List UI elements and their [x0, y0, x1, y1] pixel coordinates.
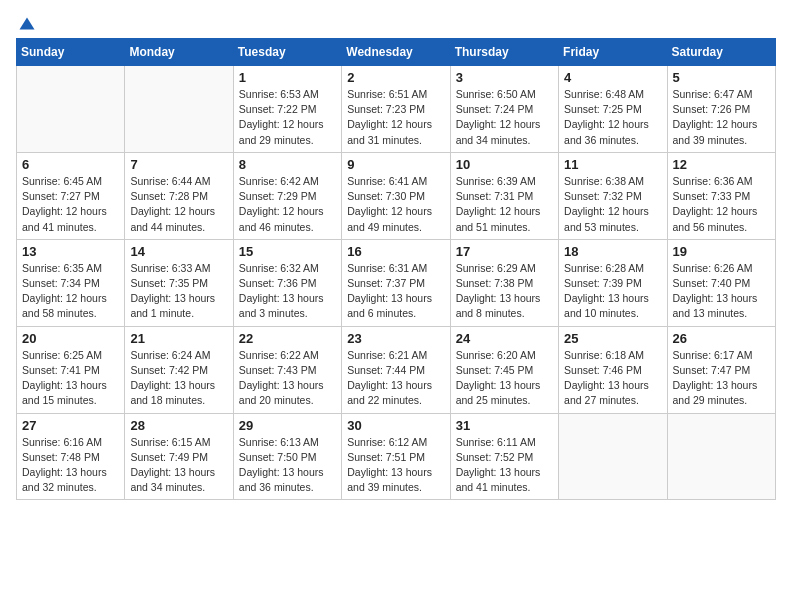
day-number: 14: [130, 244, 227, 259]
calendar-day-cell: 14Sunrise: 6:33 AMSunset: 7:35 PMDayligh…: [125, 239, 233, 326]
day-info: Sunrise: 6:12 AMSunset: 7:51 PMDaylight:…: [347, 435, 444, 496]
weekday-header-monday: Monday: [125, 39, 233, 66]
calendar-day-cell: 6Sunrise: 6:45 AMSunset: 7:27 PMDaylight…: [17, 152, 125, 239]
calendar-day-cell: 28Sunrise: 6:15 AMSunset: 7:49 PMDayligh…: [125, 413, 233, 500]
calendar-day-cell: 16Sunrise: 6:31 AMSunset: 7:37 PMDayligh…: [342, 239, 450, 326]
day-info: Sunrise: 6:29 AMSunset: 7:38 PMDaylight:…: [456, 261, 553, 322]
weekday-header-row: SundayMondayTuesdayWednesdayThursdayFrid…: [17, 39, 776, 66]
day-number: 3: [456, 70, 553, 85]
day-info: Sunrise: 6:36 AMSunset: 7:33 PMDaylight:…: [673, 174, 770, 235]
day-number: 30: [347, 418, 444, 433]
svg-marker-0: [20, 18, 35, 30]
calendar-day-cell: 15Sunrise: 6:32 AMSunset: 7:36 PMDayligh…: [233, 239, 341, 326]
calendar-day-cell: 8Sunrise: 6:42 AMSunset: 7:29 PMDaylight…: [233, 152, 341, 239]
day-number: 8: [239, 157, 336, 172]
calendar-day-cell: 13Sunrise: 6:35 AMSunset: 7:34 PMDayligh…: [17, 239, 125, 326]
day-info: Sunrise: 6:41 AMSunset: 7:30 PMDaylight:…: [347, 174, 444, 235]
day-number: 28: [130, 418, 227, 433]
day-info: Sunrise: 6:24 AMSunset: 7:42 PMDaylight:…: [130, 348, 227, 409]
calendar-day-cell: 30Sunrise: 6:12 AMSunset: 7:51 PMDayligh…: [342, 413, 450, 500]
day-number: 12: [673, 157, 770, 172]
weekday-header-wednesday: Wednesday: [342, 39, 450, 66]
day-number: 7: [130, 157, 227, 172]
day-number: 4: [564, 70, 661, 85]
day-number: 23: [347, 331, 444, 346]
calendar-day-cell: 20Sunrise: 6:25 AMSunset: 7:41 PMDayligh…: [17, 326, 125, 413]
day-number: 25: [564, 331, 661, 346]
day-info: Sunrise: 6:48 AMSunset: 7:25 PMDaylight:…: [564, 87, 661, 148]
day-number: 27: [22, 418, 119, 433]
calendar-week-row: 6Sunrise: 6:45 AMSunset: 7:27 PMDaylight…: [17, 152, 776, 239]
calendar-day-cell: 18Sunrise: 6:28 AMSunset: 7:39 PMDayligh…: [559, 239, 667, 326]
calendar-day-cell: 21Sunrise: 6:24 AMSunset: 7:42 PMDayligh…: [125, 326, 233, 413]
day-info: Sunrise: 6:33 AMSunset: 7:35 PMDaylight:…: [130, 261, 227, 322]
calendar-day-cell: 24Sunrise: 6:20 AMSunset: 7:45 PMDayligh…: [450, 326, 558, 413]
calendar-day-cell: 2Sunrise: 6:51 AMSunset: 7:23 PMDaylight…: [342, 66, 450, 153]
day-info: Sunrise: 6:16 AMSunset: 7:48 PMDaylight:…: [22, 435, 119, 496]
weekday-header-friday: Friday: [559, 39, 667, 66]
logo-icon: [18, 16, 36, 34]
day-number: 1: [239, 70, 336, 85]
day-number: 24: [456, 331, 553, 346]
day-number: 22: [239, 331, 336, 346]
day-number: 11: [564, 157, 661, 172]
day-info: Sunrise: 6:38 AMSunset: 7:32 PMDaylight:…: [564, 174, 661, 235]
day-number: 19: [673, 244, 770, 259]
day-info: Sunrise: 6:45 AMSunset: 7:27 PMDaylight:…: [22, 174, 119, 235]
day-number: 10: [456, 157, 553, 172]
calendar-day-cell: [667, 413, 775, 500]
calendar-day-cell: 22Sunrise: 6:22 AMSunset: 7:43 PMDayligh…: [233, 326, 341, 413]
day-number: 18: [564, 244, 661, 259]
day-number: 9: [347, 157, 444, 172]
calendar-day-cell: 31Sunrise: 6:11 AMSunset: 7:52 PMDayligh…: [450, 413, 558, 500]
day-info: Sunrise: 6:17 AMSunset: 7:47 PMDaylight:…: [673, 348, 770, 409]
day-info: Sunrise: 6:28 AMSunset: 7:39 PMDaylight:…: [564, 261, 661, 322]
weekday-header-sunday: Sunday: [17, 39, 125, 66]
day-info: Sunrise: 6:39 AMSunset: 7:31 PMDaylight:…: [456, 174, 553, 235]
weekday-header-thursday: Thursday: [450, 39, 558, 66]
calendar-day-cell: 10Sunrise: 6:39 AMSunset: 7:31 PMDayligh…: [450, 152, 558, 239]
calendar-week-row: 20Sunrise: 6:25 AMSunset: 7:41 PMDayligh…: [17, 326, 776, 413]
day-info: Sunrise: 6:26 AMSunset: 7:40 PMDaylight:…: [673, 261, 770, 322]
calendar-day-cell: 9Sunrise: 6:41 AMSunset: 7:30 PMDaylight…: [342, 152, 450, 239]
calendar-week-row: 1Sunrise: 6:53 AMSunset: 7:22 PMDaylight…: [17, 66, 776, 153]
page-header: [16, 16, 776, 30]
day-number: 29: [239, 418, 336, 433]
day-number: 26: [673, 331, 770, 346]
day-info: Sunrise: 6:42 AMSunset: 7:29 PMDaylight:…: [239, 174, 336, 235]
calendar-day-cell: 5Sunrise: 6:47 AMSunset: 7:26 PMDaylight…: [667, 66, 775, 153]
day-number: 31: [456, 418, 553, 433]
day-number: 17: [456, 244, 553, 259]
calendar-day-cell: 1Sunrise: 6:53 AMSunset: 7:22 PMDaylight…: [233, 66, 341, 153]
day-info: Sunrise: 6:51 AMSunset: 7:23 PMDaylight:…: [347, 87, 444, 148]
day-info: Sunrise: 6:13 AMSunset: 7:50 PMDaylight:…: [239, 435, 336, 496]
day-info: Sunrise: 6:31 AMSunset: 7:37 PMDaylight:…: [347, 261, 444, 322]
weekday-header-saturday: Saturday: [667, 39, 775, 66]
day-number: 16: [347, 244, 444, 259]
day-number: 20: [22, 331, 119, 346]
day-info: Sunrise: 6:20 AMSunset: 7:45 PMDaylight:…: [456, 348, 553, 409]
day-info: Sunrise: 6:44 AMSunset: 7:28 PMDaylight:…: [130, 174, 227, 235]
day-info: Sunrise: 6:53 AMSunset: 7:22 PMDaylight:…: [239, 87, 336, 148]
day-info: Sunrise: 6:11 AMSunset: 7:52 PMDaylight:…: [456, 435, 553, 496]
day-info: Sunrise: 6:15 AMSunset: 7:49 PMDaylight:…: [130, 435, 227, 496]
calendar-day-cell: [17, 66, 125, 153]
calendar-day-cell: 3Sunrise: 6:50 AMSunset: 7:24 PMDaylight…: [450, 66, 558, 153]
calendar-day-cell: 23Sunrise: 6:21 AMSunset: 7:44 PMDayligh…: [342, 326, 450, 413]
day-number: 6: [22, 157, 119, 172]
calendar-day-cell: 11Sunrise: 6:38 AMSunset: 7:32 PMDayligh…: [559, 152, 667, 239]
calendar-day-cell: 17Sunrise: 6:29 AMSunset: 7:38 PMDayligh…: [450, 239, 558, 326]
day-info: Sunrise: 6:35 AMSunset: 7:34 PMDaylight:…: [22, 261, 119, 322]
calendar-week-row: 27Sunrise: 6:16 AMSunset: 7:48 PMDayligh…: [17, 413, 776, 500]
calendar-day-cell: 26Sunrise: 6:17 AMSunset: 7:47 PMDayligh…: [667, 326, 775, 413]
calendar-day-cell: 12Sunrise: 6:36 AMSunset: 7:33 PMDayligh…: [667, 152, 775, 239]
calendar-day-cell: 27Sunrise: 6:16 AMSunset: 7:48 PMDayligh…: [17, 413, 125, 500]
day-info: Sunrise: 6:21 AMSunset: 7:44 PMDaylight:…: [347, 348, 444, 409]
day-number: 2: [347, 70, 444, 85]
day-info: Sunrise: 6:18 AMSunset: 7:46 PMDaylight:…: [564, 348, 661, 409]
day-info: Sunrise: 6:22 AMSunset: 7:43 PMDaylight:…: [239, 348, 336, 409]
weekday-header-tuesday: Tuesday: [233, 39, 341, 66]
calendar-week-row: 13Sunrise: 6:35 AMSunset: 7:34 PMDayligh…: [17, 239, 776, 326]
calendar-day-cell: [559, 413, 667, 500]
day-info: Sunrise: 6:50 AMSunset: 7:24 PMDaylight:…: [456, 87, 553, 148]
